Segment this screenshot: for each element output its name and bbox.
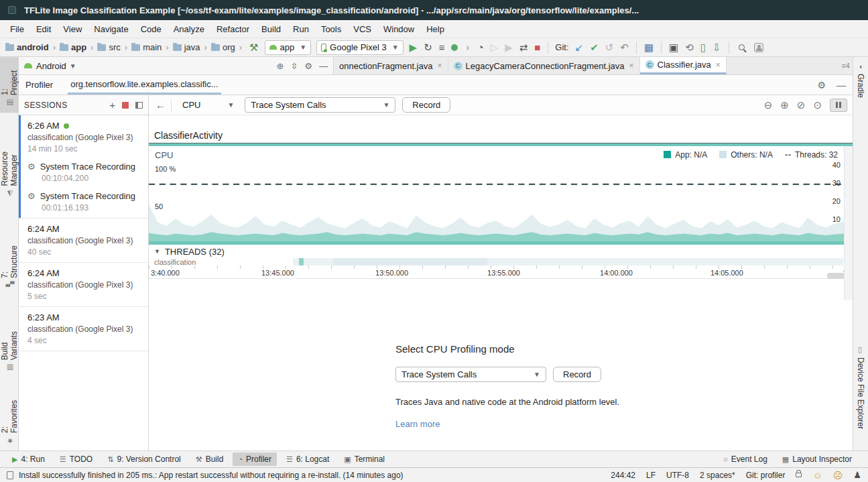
- stop-icon[interactable]: ■: [534, 42, 540, 52]
- debug-icon[interactable]: [451, 44, 458, 51]
- menu-code[interactable]: Code: [135, 21, 168, 37]
- breadcrumb-android[interactable]: android: [5, 42, 60, 52]
- sync-icon[interactable]: ⇄: [519, 42, 528, 52]
- git-branch[interactable]: Git: profiler: [746, 471, 786, 480]
- caret-position[interactable]: 244:42: [611, 471, 635, 480]
- tool-window-todo[interactable]: ☰TODO: [54, 453, 98, 466]
- breadcrumb-src[interactable]: src: [97, 42, 131, 52]
- tool-window-terminal[interactable]: ▣Terminal: [338, 453, 390, 466]
- add-session-icon[interactable]: +: [109, 99, 115, 111]
- apply-changes-icon[interactable]: ↻: [424, 42, 432, 52]
- project-structure-icon[interactable]: ▦: [644, 42, 654, 52]
- profiler-session-tab[interactable]: org.tensorflow.lite.examples.classific..…: [68, 75, 221, 95]
- avd-manager-icon[interactable]: ▯: [700, 42, 706, 52]
- profile-icon[interactable]: ◔: [478, 42, 484, 52]
- breadcrumb-main[interactable]: main: [131, 42, 173, 52]
- menu-edit[interactable]: Edit: [30, 21, 57, 37]
- pause-live-button[interactable]: [830, 99, 847, 112]
- menu-file[interactable]: File: [4, 21, 30, 37]
- profile-avatar-icon[interactable]: [754, 43, 763, 52]
- collapse-panel-icon[interactable]: [135, 102, 143, 109]
- tool-window-build[interactable]: ⚒Build: [190, 453, 229, 466]
- menu-tools[interactable]: Tools: [315, 21, 347, 37]
- reset-zoom-icon[interactable]: ⊘: [797, 99, 806, 111]
- status-message[interactable]: Install successfully finished in 205 ms.…: [19, 471, 404, 480]
- layout-inspector-button[interactable]: ▦Layout Inspector: [777, 453, 857, 466]
- file-encoding[interactable]: UTF-8: [666, 471, 689, 480]
- session-recording[interactable]: ⚙System Trace Recording 00:10:04.200: [27, 162, 141, 183]
- attach-debugger-icon[interactable]: ◗: [464, 42, 471, 52]
- device-selector[interactable]: Google Pixel 3▼: [316, 40, 403, 55]
- line-separator[interactable]: LF: [646, 471, 656, 480]
- tool-window-logcat[interactable]: ☰6: Logcat: [281, 453, 334, 466]
- tab-classifier[interactable]: C Classifier.java×: [640, 57, 727, 74]
- record-button[interactable]: Record: [402, 97, 450, 113]
- trace-mode-selector[interactable]: Trace System Calls▼: [245, 97, 395, 113]
- session-item[interactable]: 6:24 AM classification (Google Pixel 3) …: [19, 263, 148, 307]
- lock-icon[interactable]: [796, 473, 802, 477]
- session-item[interactable]: 6:23 AM classification (Google Pixel 3) …: [19, 307, 148, 351]
- collapse-all-icon[interactable]: ⇳: [290, 61, 298, 71]
- indent-setting[interactable]: 2 spaces*: [700, 471, 735, 480]
- thread-row[interactable]: classification: [149, 258, 853, 265]
- hide-panel-icon[interactable]: —: [319, 61, 328, 71]
- timeline-axis[interactable]: 3:40.000 13:45.000 13:50.000 13:55.000 1…: [149, 265, 853, 279]
- tool-strip-build-variants[interactable]: ▥Build Variants: [0, 307, 19, 377]
- happy-face-icon[interactable]: ☺: [812, 471, 822, 480]
- back-arrow-icon[interactable]: ←: [156, 99, 166, 111]
- tool-strip-structure[interactable]: ▚7: Structure: [0, 232, 19, 292]
- git-rollback-icon[interactable]: ↶: [620, 42, 629, 52]
- profiling-mode-selector[interactable]: Trace System Calls▼: [395, 367, 546, 382]
- project-view-selector[interactable]: Android: [36, 61, 66, 71]
- tool-window-run[interactable]: ▶4: Run: [7, 453, 50, 466]
- tool-window-profiler[interactable]: ◔Profiler: [233, 453, 277, 466]
- run-dashboard-icon[interactable]: ≡: [439, 42, 445, 52]
- collapse-triangle-icon[interactable]: ▼: [154, 248, 160, 255]
- tool-strip-device-file-explorer[interactable]: ▯Device File Explorer: [856, 340, 865, 434]
- event-log-button[interactable]: ○Event Log: [718, 453, 773, 466]
- menu-run[interactable]: Run: [287, 21, 315, 37]
- stop-session-icon[interactable]: [122, 102, 129, 109]
- git-commit-icon[interactable]: ✔: [590, 42, 599, 52]
- git-update-icon[interactable]: ↙: [575, 42, 584, 52]
- session-recording[interactable]: ⚙System Trace Recording 00:01:16.193: [27, 191, 141, 213]
- close-icon[interactable]: ×: [437, 61, 442, 70]
- sad-face-icon[interactable]: ☹: [833, 471, 843, 480]
- record-button[interactable]: Record: [553, 367, 601, 382]
- tool-window-version-control[interactable]: ⇅9: Version Control: [102, 453, 186, 466]
- search-icon[interactable]: [739, 44, 745, 50]
- gear-icon[interactable]: ⚙: [817, 80, 826, 91]
- run-config-selector[interactable]: app▼: [265, 40, 312, 55]
- breadcrumb-org[interactable]: org: [211, 42, 246, 52]
- zoom-to-selection-icon[interactable]: ⊙: [813, 99, 822, 111]
- close-icon[interactable]: ×: [629, 61, 634, 70]
- gear-icon[interactable]: ⚙: [304, 61, 312, 71]
- gradle-sync-icon[interactable]: ⟲: [685, 42, 694, 52]
- threads-section-header[interactable]: ▼ THREADS (32): [149, 245, 853, 258]
- ide-widget-icon[interactable]: ♟: [853, 471, 861, 479]
- cpu-chart[interactable]: CPU 100 % 50 App: N/A Others: N/A --Thre…: [149, 146, 853, 241]
- tool-strip-project[interactable]: ▤1: Project: [0, 57, 19, 113]
- zoom-in-icon[interactable]: ⊕: [780, 99, 789, 111]
- tab-camera-connection-fragment[interactable]: onnectionFragment.java×: [334, 57, 448, 74]
- hide-panel-icon[interactable]: —: [836, 80, 846, 91]
- git-history-icon[interactable]: ↺: [605, 42, 614, 52]
- menu-window[interactable]: Window: [377, 21, 420, 37]
- run-anything-icon[interactable]: ▣: [669, 42, 678, 52]
- tab-legacy-camera-connection-fragment[interactable]: C LegacyCameraConnectionFragment.java×: [448, 57, 640, 74]
- breadcrumb-app[interactable]: app: [60, 42, 97, 52]
- menu-navigate[interactable]: Navigate: [88, 21, 134, 37]
- run-icon[interactable]: ▶: [410, 42, 418, 52]
- hidden-tabs-icon[interactable]: ≡4: [841, 62, 850, 70]
- menu-refactor[interactable]: Refactor: [210, 21, 255, 37]
- monitor-selector[interactable]: CPU▼: [178, 100, 238, 110]
- session-item[interactable]: 6:24 AM classification (Google Pixel 3) …: [19, 219, 148, 263]
- menu-view[interactable]: View: [57, 21, 88, 37]
- menu-build[interactable]: Build: [255, 21, 287, 37]
- zoom-out-icon[interactable]: ⊖: [764, 99, 773, 111]
- tool-strip-favorites[interactable]: ★2: Favorites: [0, 387, 19, 450]
- locate-file-icon[interactable]: ⊕: [277, 61, 284, 71]
- build-hammer-icon[interactable]: ⚒: [249, 42, 258, 52]
- menu-help[interactable]: Help: [420, 21, 450, 37]
- tool-strip-gradle[interactable]: ◖Gradle: [856, 57, 865, 103]
